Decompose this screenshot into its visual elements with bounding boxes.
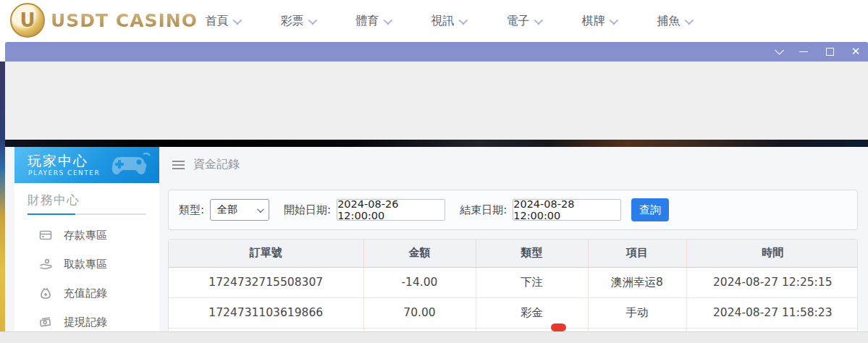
sidebar-item-label: 提現記錄 bbox=[64, 316, 107, 329]
modal-empty-area bbox=[5, 62, 868, 140]
type-label: 類型: bbox=[179, 203, 204, 217]
cashout-notes-icon bbox=[39, 316, 52, 329]
col-header-type: 類型 bbox=[476, 240, 588, 267]
sidebar-item-label: 取款專區 bbox=[64, 258, 107, 271]
coin-letter: U bbox=[20, 9, 35, 31]
chevron-down-icon bbox=[232, 15, 242, 25]
table-row: 1724732715508307 -14.00 下注 澳洲幸运8 2024-08… bbox=[169, 267, 858, 297]
end-date-label: 結束日期: bbox=[460, 203, 507, 217]
nav-item-sports[interactable]: 體育 bbox=[335, 14, 410, 29]
nav-item-label: 首頁 bbox=[206, 14, 229, 29]
deposit-card-icon bbox=[39, 229, 52, 242]
nav-item-label: 棋牌 bbox=[582, 14, 605, 29]
sidebar-subtitle: PLAYERS CENTER bbox=[28, 169, 100, 177]
sidebar-item-deposit[interactable]: 存款專區 bbox=[14, 224, 159, 246]
sidebar-item-cashout-record[interactable]: 提現記錄 bbox=[14, 311, 159, 333]
cell-order-no: 1724732715508307 bbox=[169, 267, 363, 297]
page-title: 資金記錄 bbox=[193, 157, 240, 172]
brand-logo[interactable]: U USDT CASINO bbox=[10, 3, 198, 38]
player-center-content: 玩家中心 PLAYERS CENTER 財務中心 存款專區 bbox=[5, 147, 868, 331]
nav-item-lottery[interactable]: 彩票 bbox=[260, 14, 335, 29]
nav-item-fishing[interactable]: 捕魚 bbox=[636, 14, 712, 29]
maximize-icon bbox=[826, 48, 834, 56]
minimize-icon bbox=[799, 51, 808, 52]
top-navbar: U USDT CASINO 首頁 彩票 體育 視訊 電子 bbox=[0, 0, 868, 42]
nav-item-live[interactable]: 視訊 bbox=[410, 14, 486, 29]
nav-item-cards[interactable]: 棋牌 bbox=[561, 14, 636, 29]
chevron-down-icon bbox=[458, 15, 468, 25]
chevron-down-icon bbox=[534, 15, 543, 25]
chevron-down-icon bbox=[609, 15, 618, 25]
window-collapse-button[interactable] bbox=[772, 47, 783, 57]
sidebar-item-withdraw[interactable]: 取款專區 bbox=[14, 253, 159, 275]
chevron-down-icon bbox=[257, 206, 264, 213]
nav-item-label: 電子 bbox=[507, 14, 530, 29]
screen: U USDT CASINO 首頁 彩票 體育 視訊 電子 bbox=[0, 0, 868, 343]
cursor-highlight-indicator bbox=[551, 323, 566, 331]
filter-bar: 類型: 全部 開始日期: 2024-08-26 12:00:00 結束日期: 2… bbox=[168, 190, 858, 230]
sidebar-item-label: 充值記錄 bbox=[64, 287, 107, 300]
cell-amount: -14.00 bbox=[363, 267, 476, 297]
sidebar-item-label: 存款專區 bbox=[64, 229, 107, 242]
sidebar-title: 玩家中心 bbox=[28, 152, 88, 171]
main-panel: 資金記錄 類型: 全部 開始日期: 2024-08-26 12:00:00 結束… bbox=[168, 147, 858, 331]
sidebar-item-recharge-record[interactable]: 充值記錄 bbox=[14, 282, 159, 304]
chevron-down-icon bbox=[775, 46, 784, 55]
window-controls: ✕ bbox=[772, 42, 861, 62]
cell-time: 2024-08-27 12:25:15 bbox=[686, 267, 858, 297]
type-select-value: 全部 bbox=[217, 203, 237, 216]
col-header-time: 時間 bbox=[686, 240, 858, 267]
table-row: 1724731103619866 70.00 彩金 手动 2024-08-27 … bbox=[169, 297, 858, 328]
nav-item-label: 體育 bbox=[356, 14, 379, 29]
end-date-input[interactable]: 2024-08-28 12:00:00 bbox=[513, 199, 621, 221]
sidebar-section-title: 財務中心 bbox=[28, 192, 80, 208]
col-header-order: 訂單號 bbox=[169, 240, 363, 267]
bottom-bar bbox=[0, 331, 868, 343]
gamepad-icon bbox=[110, 151, 152, 179]
window-titlebar[interactable]: ✕ bbox=[5, 42, 868, 62]
window-minimize-button[interactable] bbox=[799, 47, 809, 57]
window-close-button[interactable]: ✕ bbox=[851, 47, 861, 57]
recharge-bag-icon bbox=[39, 287, 52, 300]
background-left-sliver bbox=[0, 62, 5, 343]
col-header-item: 項目 bbox=[588, 240, 686, 267]
cell-time: 2024-08-27 11:58:23 bbox=[686, 297, 858, 328]
sidebar: 玩家中心 PLAYERS CENTER 財務中心 存款專區 bbox=[14, 147, 159, 331]
cell-amount: 70.00 bbox=[363, 297, 476, 328]
search-button[interactable]: 查詢 bbox=[631, 198, 669, 221]
hamburger-icon[interactable] bbox=[172, 161, 185, 169]
nav-item-slots[interactable]: 電子 bbox=[486, 14, 561, 29]
nav-item-label: 彩票 bbox=[281, 14, 304, 29]
cell-order-no: 1724731103619866 bbox=[169, 297, 363, 328]
cell-type: 下注 bbox=[476, 267, 588, 297]
nav-item-home[interactable]: 首頁 bbox=[185, 14, 260, 29]
sidebar-header: 玩家中心 PLAYERS CENTER bbox=[14, 147, 159, 183]
type-select[interactable]: 全部 bbox=[210, 199, 269, 221]
chevron-down-icon bbox=[308, 15, 317, 25]
nav-item-label: 視訊 bbox=[431, 14, 455, 29]
cell-item: 手动 bbox=[588, 297, 686, 328]
background-dark-band bbox=[5, 140, 868, 147]
withdraw-hand-icon bbox=[39, 258, 52, 271]
sidebar-section-underline bbox=[28, 213, 146, 215]
breadcrumb: 資金記錄 bbox=[172, 157, 240, 172]
cell-item: 澳洲幸运8 bbox=[588, 267, 686, 297]
table-header-row: 訂單號 金額 類型 項目 時間 bbox=[169, 240, 858, 267]
nav-item-label: 捕魚 bbox=[657, 14, 681, 29]
window-maximize-button[interactable] bbox=[825, 47, 835, 57]
coin-logo-icon: U bbox=[10, 3, 45, 38]
chevron-down-icon bbox=[383, 15, 392, 25]
chevron-down-icon bbox=[684, 15, 694, 25]
brand-name: USDT CASINO bbox=[51, 10, 198, 31]
nav-menu: 首頁 彩票 體育 視訊 電子 棋牌 bbox=[185, 0, 712, 42]
start-date-value: 2024-08-26 12:00:00 bbox=[337, 198, 444, 221]
cell-type: 彩金 bbox=[476, 297, 588, 328]
col-header-amount: 金額 bbox=[363, 240, 476, 267]
funds-table: 訂單號 金額 類型 項目 時間 1724732715508307 -14.00 … bbox=[168, 239, 858, 343]
end-date-value: 2024-08-28 12:00:00 bbox=[513, 198, 620, 221]
start-date-input[interactable]: 2024-08-26 12:00:00 bbox=[337, 199, 445, 221]
start-date-label: 開始日期: bbox=[284, 203, 331, 217]
